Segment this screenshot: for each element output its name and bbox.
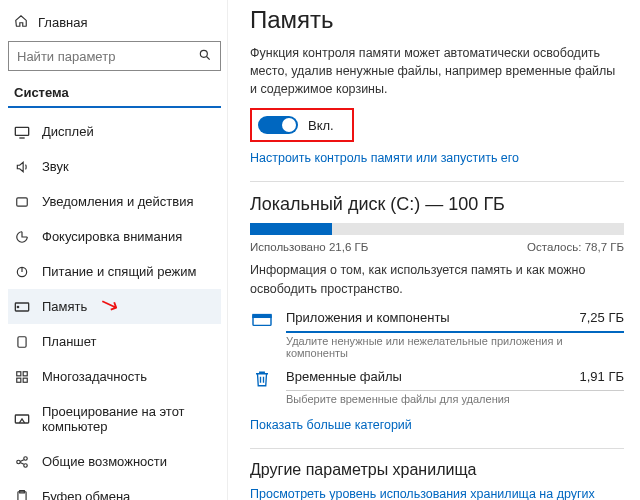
storage-sense-toggle-row: Вкл. <box>250 108 354 142</box>
svg-point-13 <box>24 456 28 460</box>
svg-rect-8 <box>23 371 27 375</box>
configure-link[interactable]: Настроить контроль памяти или запустить … <box>250 151 519 165</box>
category-name: Приложения и компоненты <box>286 310 450 325</box>
sidebar-item-label: Память <box>42 299 87 314</box>
divider <box>250 181 624 182</box>
search-input[interactable] <box>8 41 221 71</box>
home-link[interactable]: Главная <box>8 8 221 41</box>
category-size: 1,91 ГБ <box>580 369 624 384</box>
sidebar-item-label: Фокусировка внимания <box>42 229 182 244</box>
toggle-label: Вкл. <box>308 118 334 133</box>
storage-sense-toggle[interactable] <box>258 116 298 134</box>
other-storage-link[interactable]: Просмотреть уровень использования хранил… <box>250 487 624 500</box>
sidebar-item-label: Планшет <box>42 334 97 349</box>
sidebar-item-label: Проецирование на этот компьютер <box>42 404 215 434</box>
section-title: Система <box>8 85 221 108</box>
usage-legend: Использовано 21,6 ГБ Осталось: 78,7 ГБ <box>250 241 624 253</box>
sidebar-item-label: Буфер обмена <box>42 489 130 500</box>
sidebar-item-multitask[interactable]: Многозадачность <box>8 359 221 394</box>
storage-icon <box>14 301 30 313</box>
usage-bar <box>250 223 624 235</box>
disk-info: Информация о том, как используется памят… <box>250 261 624 297</box>
svg-rect-18 <box>253 314 271 317</box>
sidebar-item-label: Многозадачность <box>42 369 147 384</box>
page-title: Память <box>250 6 624 34</box>
search-icon <box>198 48 212 65</box>
svg-rect-9 <box>17 378 21 382</box>
notification-icon <box>14 195 30 209</box>
display-icon <box>14 125 30 139</box>
clipboard-icon <box>14 490 30 501</box>
category-apps[interactable]: Приложения и компоненты 7,25 ГБ Удалите … <box>250 302 624 361</box>
svg-rect-7 <box>17 371 21 375</box>
sidebar-item-notifications[interactable]: Уведомления и действия <box>8 184 221 219</box>
share-icon <box>14 455 30 469</box>
svg-point-5 <box>17 306 18 307</box>
sidebar-item-label: Уведомления и действия <box>42 194 194 209</box>
home-icon <box>14 14 28 31</box>
sidebar-item-sound[interactable]: Звук <box>8 149 221 184</box>
sidebar: Главная Система Дисплей Звук Уведомления… <box>0 0 228 500</box>
sidebar-item-display[interactable]: Дисплей <box>8 114 221 149</box>
sidebar-item-storage[interactable]: Память ↘ <box>8 289 221 324</box>
sound-icon <box>14 160 30 174</box>
free-label: Осталось: 78,7 ГБ <box>527 241 624 253</box>
sidebar-item-label: Питание и спящий режим <box>42 264 196 279</box>
multitask-icon <box>14 370 30 384</box>
svg-rect-10 <box>23 378 27 382</box>
sidebar-item-power[interactable]: Питание и спящий режим <box>8 254 221 289</box>
home-label: Главная <box>38 15 87 30</box>
svg-rect-2 <box>17 197 28 205</box>
category-sub: Удалите ненужные или нежелательные прило… <box>286 335 624 359</box>
other-storage-heading: Другие параметры хранилища <box>250 461 624 479</box>
sidebar-item-tablet[interactable]: Планшет <box>8 324 221 359</box>
category-name: Временные файлы <box>286 369 402 384</box>
sidebar-item-shared[interactable]: Общие возможности <box>8 444 221 479</box>
nav-list: Дисплей Звук Уведомления и действия Фоку… <box>8 114 221 500</box>
pointer-arrow-icon: ↘ <box>96 289 122 320</box>
sidebar-item-focus[interactable]: Фокусировка внимания <box>8 219 221 254</box>
focus-icon <box>14 230 30 244</box>
project-icon <box>14 413 30 425</box>
sidebar-item-projecting[interactable]: Проецирование на этот компьютер <box>8 394 221 444</box>
svg-rect-6 <box>18 336 26 347</box>
show-more-link[interactable]: Показать больше категорий <box>250 418 412 432</box>
intro-text: Функция контроля памяти может автоматиче… <box>250 44 624 98</box>
used-label: Использовано 21,6 ГБ <box>250 241 368 253</box>
power-icon <box>14 265 30 279</box>
svg-point-0 <box>200 50 207 57</box>
search-field[interactable] <box>17 49 198 64</box>
svg-point-12 <box>17 460 21 464</box>
sidebar-item-label: Дисплей <box>42 124 94 139</box>
tablet-icon <box>14 335 30 349</box>
trash-icon <box>250 369 274 389</box>
svg-rect-1 <box>15 127 28 135</box>
category-size: 7,25 ГБ <box>580 310 624 325</box>
divider <box>250 448 624 449</box>
sidebar-item-label: Звук <box>42 159 69 174</box>
apps-icon <box>250 310 274 330</box>
svg-point-14 <box>24 463 28 467</box>
category-sub: Выберите временные файлы для удаления <box>286 393 624 405</box>
usage-bar-fill <box>250 223 332 235</box>
sidebar-item-clipboard[interactable]: Буфер обмена <box>8 479 221 500</box>
sidebar-item-label: Общие возможности <box>42 454 167 469</box>
category-temp[interactable]: Временные файлы 1,91 ГБ Выберите временн… <box>250 361 624 407</box>
disk-heading: Локальный диск (C:) — 100 ГБ <box>250 194 624 215</box>
main-content: Память Функция контроля памяти может авт… <box>228 0 640 500</box>
